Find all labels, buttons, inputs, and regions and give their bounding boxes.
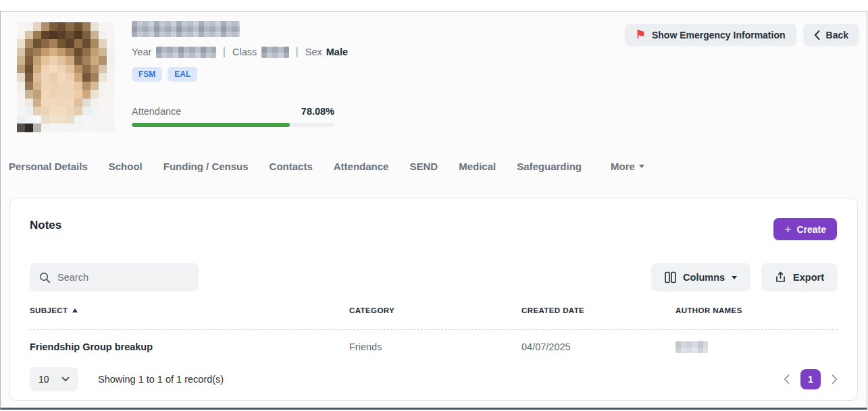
chevron-left-icon: [814, 30, 820, 40]
table-divider: [30, 329, 838, 330]
sex-label: Sex: [305, 47, 322, 57]
author-names-header-label: AUTHOR NAMES: [675, 306, 742, 314]
year-value-redacted: [156, 47, 215, 58]
back-button[interactable]: Back: [803, 24, 859, 46]
tab-personal-details[interactable]: Personal Details: [9, 161, 88, 172]
columns-icon: [665, 271, 676, 283]
export-button[interactable]: Export: [761, 263, 838, 292]
chevron-down-icon: [732, 276, 737, 279]
class-label: Class: [232, 47, 257, 57]
header-actions: ⚑ Show Emergency Information Back: [625, 24, 859, 46]
export-button-label: Export: [793, 272, 824, 283]
show-emergency-information-button[interactable]: ⚑ Show Emergency Information: [625, 24, 796, 46]
export-icon: [775, 271, 786, 283]
chevron-down-icon: [639, 165, 644, 168]
attendance-summary: Attendance 78.08%: [132, 106, 334, 127]
plus-icon: +: [784, 223, 791, 235]
table-header-row: SUBJECT CATEGORY CREATED DATE AUTHOR NAM…: [30, 306, 838, 314]
records-summary: Showing 1 to 1 of 1 record(s): [98, 374, 224, 385]
back-button-label: Back: [826, 30, 848, 40]
note-subject-cell[interactable]: Friendship Group breakup: [30, 341, 349, 352]
author-name-redacted: [675, 341, 708, 353]
student-badges: FSM EAL: [132, 67, 348, 82]
category-header-label: CATEGORY: [349, 306, 394, 314]
tab-contacts[interactable]: Contacts: [270, 161, 313, 172]
table-row[interactable]: Friendship Group breakup Friends 04/07/2…: [30, 337, 838, 356]
flag-icon: ⚑: [636, 29, 646, 40]
notes-search: [30, 263, 199, 292]
tab-medical[interactable]: Medical: [459, 161, 496, 172]
note-category-cell: Friends: [349, 341, 521, 352]
subject-header-label: SUBJECT: [30, 306, 68, 314]
tab-send[interactable]: SEND: [409, 161, 438, 172]
columns-button[interactable]: Columns: [651, 263, 750, 292]
note-author-cell: [675, 341, 838, 353]
tab-attendance[interactable]: Attendance: [334, 161, 389, 172]
eal-badge: EAL: [168, 67, 197, 82]
notes-title: Notes: [30, 219, 61, 232]
search-input[interactable]: [57, 272, 189, 283]
column-header-subject[interactable]: SUBJECT: [30, 306, 349, 314]
page-1-button[interactable]: 1: [800, 369, 821, 389]
attendance-value: 78.08%: [301, 106, 334, 117]
student-photo: [17, 22, 115, 132]
sex-value: Male: [326, 47, 348, 57]
columns-button-label: Columns: [683, 272, 725, 283]
previous-page-icon[interactable]: [784, 375, 790, 384]
note-created-date-cell: 04/07/2025: [521, 341, 675, 352]
attendance-bar-fill: [132, 123, 290, 127]
search-icon: [39, 272, 51, 283]
profile-tab-bar: Personal Details School Funding / Census…: [9, 161, 644, 172]
column-header-created-date[interactable]: CREATED DATE: [521, 306, 675, 314]
next-page-icon[interactable]: [832, 375, 838, 384]
class-value-redacted: [261, 47, 288, 58]
attendance-progress-track: [132, 123, 334, 127]
tab-more[interactable]: More: [611, 161, 644, 172]
meta-separator: |: [296, 46, 299, 58]
column-header-author-names[interactable]: AUTHOR NAMES: [675, 306, 838, 314]
page-controls: 1: [784, 369, 838, 389]
student-profile-page: Year | Class | Sex Male FSM EAL Attendan…: [0, 11, 867, 410]
column-header-category[interactable]: CATEGORY: [349, 306, 521, 314]
notes-panel: Notes + Create Columns Exp: [9, 198, 858, 401]
student-header-info: Year | Class | Sex Male FSM EAL Attendan…: [132, 21, 348, 127]
table-toolbar: Columns Export: [651, 263, 838, 292]
more-tab-label: More: [611, 161, 635, 172]
created-date-header-label: CREATED DATE: [521, 306, 584, 314]
tab-school[interactable]: School: [109, 161, 143, 172]
create-note-button[interactable]: + Create: [773, 218, 837, 240]
pagination-bar: 10 Showing 1 to 1 of 1 record(s) 1: [30, 367, 838, 391]
chevron-down-icon: [61, 377, 70, 382]
student-name-redacted: [132, 21, 240, 37]
student-meta-row: Year | Class | Sex Male: [132, 46, 348, 58]
meta-separator: |: [223, 46, 226, 58]
sort-ascending-icon: [72, 308, 78, 312]
fsm-badge: FSM: [132, 67, 162, 82]
emergency-button-label: Show Emergency Information: [652, 30, 786, 40]
page-size-value: 10: [39, 374, 49, 385]
year-label: Year: [132, 47, 151, 57]
tab-safeguarding[interactable]: Safeguarding: [517, 161, 582, 172]
page-size-select[interactable]: 10: [30, 367, 78, 391]
tab-funding-census[interactable]: Funding / Census: [163, 161, 249, 172]
create-button-label: Create: [796, 224, 826, 235]
attendance-label: Attendance: [132, 106, 181, 117]
